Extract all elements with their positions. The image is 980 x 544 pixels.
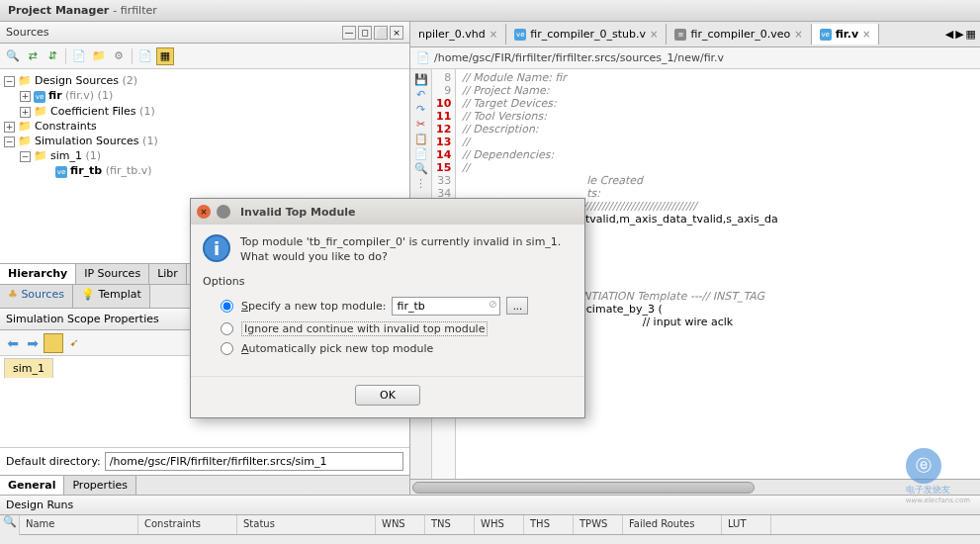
paste-icon[interactable]: 📄	[412, 146, 430, 160]
expander-icon[interactable]: +	[20, 91, 31, 102]
tab-sources[interactable]: ♣ Sources	[0, 285, 73, 308]
tab-ip-sources[interactable]: IP Sources	[76, 264, 149, 284]
doc-icon[interactable]: 📄	[136, 47, 154, 65]
clear-icon[interactable]: ⊘	[489, 299, 496, 310]
highlight-icon[interactable]: ▦	[156, 47, 174, 65]
redo-icon[interactable]: ↷	[412, 102, 430, 116]
default-directory-row: Default directory:	[0, 447, 409, 475]
close-icon[interactable]: ×	[862, 29, 870, 40]
project-manager-title-bar: Project Manager - firfilter	[0, 0, 980, 22]
restore-icon[interactable]: ◻	[358, 26, 372, 40]
file-path: /home/gsc/FIR/firfilter/firfilter.srcs/s…	[434, 51, 724, 64]
folder-icon: 📁	[34, 105, 47, 118]
info-icon: i	[203, 234, 230, 262]
expander-icon[interactable]: −	[20, 151, 31, 162]
copy-icon[interactable]: 📋	[412, 132, 430, 145]
forward-arrow-icon[interactable]: ➡	[24, 334, 42, 352]
option-specify-new[interactable]: Specify a new top module: ⊘ ...	[203, 294, 573, 318]
editor-tab-2[interactable]: vefir_compiler_0_stub.v×	[506, 24, 667, 45]
design-runs-panel: Design Runs 🔍 NameConstraintsStatusWNSTN…	[0, 495, 980, 535]
find-icon[interactable]: 🔍	[412, 161, 430, 175]
editor-tabs: npiler_0.vhd× vefir_compiler_0_stub.v× ≡…	[410, 22, 980, 47]
props-title: Simulation Scope Properties	[6, 313, 159, 325]
watermark-icon: ⓔ	[906, 448, 941, 484]
tab-list-icon[interactable]: ▦	[966, 28, 976, 41]
dialog-title-bar[interactable]: × Invalid Top Module	[191, 199, 584, 225]
radio-auto[interactable]	[221, 342, 233, 355]
default-dir-label: Default directory:	[6, 455, 101, 468]
close-panel-icon[interactable]: ×	[390, 26, 403, 40]
sources-title: Sources	[6, 26, 49, 39]
dialog-message: Top module 'tb_fir_compiler_0' is curren…	[240, 234, 573, 265]
search-icon[interactable]: 🔍	[4, 47, 22, 65]
top-module-input[interactable]	[392, 297, 500, 316]
radio-ignore-label: Ignore and continue with invalid top mod…	[241, 321, 488, 336]
maximize-icon[interactable]: ⬜	[374, 26, 388, 40]
file-path-bar: 📄 /home/gsc/FIR/firfilter/firfilter.srcs…	[410, 47, 980, 69]
invalid-top-module-dialog: × Invalid Top Module i Top module 'tb_fi…	[190, 198, 585, 418]
expand-icon[interactable]: ⇵	[44, 47, 61, 65]
editor-hscrollbar[interactable]	[410, 479, 980, 495]
collapse-icon[interactable]: ⇄	[24, 47, 42, 65]
folder-icon: 📁	[18, 135, 32, 147]
verilog-icon: ve	[514, 29, 526, 41]
nav-icon[interactable]	[44, 333, 63, 353]
file-icon: ≡	[674, 29, 686, 41]
prev-tab-icon[interactable]: ◀	[945, 28, 953, 41]
pm-subtitle: - firfilter	[113, 4, 157, 17]
pm-title: Project Manager	[8, 4, 109, 17]
close-icon[interactable]: ×	[650, 29, 658, 40]
option-auto[interactable]: Automatically pick new top module	[203, 339, 573, 358]
add-folder-icon[interactable]: 📁	[90, 47, 108, 65]
browse-button[interactable]: ...	[506, 297, 528, 315]
next-tab-icon[interactable]: ▶	[955, 28, 963, 41]
editor-tab-1[interactable]: npiler_0.vhd×	[410, 24, 506, 45]
tab-general[interactable]: General	[0, 476, 64, 495]
settings-icon[interactable]: ⚙	[110, 47, 128, 65]
cut-icon[interactable]: ✂	[412, 117, 430, 131]
verilog-icon: ve	[55, 166, 67, 178]
pointer-icon[interactable]: ➹	[65, 334, 83, 352]
tab-templates[interactable]: 💡 Templat	[73, 285, 150, 308]
radio-ignore[interactable]	[221, 322, 233, 335]
close-icon[interactable]: ×	[490, 29, 497, 40]
design-runs-columns: NameConstraintsStatusWNSTNSWHSTHSTPWSFai…	[20, 515, 980, 535]
minimize-icon[interactable]	[217, 205, 230, 219]
sources-panel-header: Sources — ◻ ⬜ ×	[0, 22, 409, 44]
expander-icon[interactable]: +	[4, 122, 15, 133]
back-arrow-icon[interactable]: ⬅	[4, 334, 22, 352]
folder-icon: 📁	[18, 120, 32, 133]
minimize-icon[interactable]: —	[342, 26, 356, 40]
path-icon: 📄	[416, 51, 430, 64]
ok-button[interactable]: OK	[355, 385, 420, 406]
sources-toolbar: 🔍 ⇄ ⇵ 📄 📁 ⚙ 📄 ▦	[0, 44, 409, 69]
radio-auto-label: Automatically pick new top module	[241, 342, 433, 355]
add-source-icon[interactable]: 📄	[70, 47, 88, 65]
folder-icon: 📁	[18, 74, 32, 87]
undo-icon[interactable]: ↶	[412, 87, 430, 101]
radio-specify[interactable]	[221, 300, 233, 313]
editor-tab-3[interactable]: ≡fir_compiler_0.veo×	[667, 24, 811, 45]
expander-icon[interactable]: −	[4, 76, 15, 87]
option-ignore[interactable]: Ignore and continue with invalid top mod…	[203, 318, 573, 339]
default-dir-input[interactable]	[105, 452, 403, 471]
more-icon[interactable]: ⋮	[412, 176, 430, 190]
save-icon[interactable]: 💾	[412, 72, 430, 86]
props-tab-sim1[interactable]: sim_1	[4, 358, 53, 378]
close-icon[interactable]: ×	[794, 29, 802, 40]
verilog-icon: ve	[820, 29, 832, 41]
options-label: Options	[203, 275, 573, 288]
tab-libraries[interactable]: Libr	[149, 264, 187, 284]
editor-tab-4[interactable]: vefir.v×	[812, 24, 880, 45]
close-icon[interactable]: ×	[197, 205, 211, 219]
search-icon[interactable]: 🔍	[0, 515, 20, 535]
expander-icon[interactable]: −	[4, 136, 15, 147]
verilog-icon: ve	[34, 91, 45, 103]
dialog-title: Invalid Top Module	[240, 206, 356, 219]
watermark-badge: ⓔ 电子发烧友 www.elecfans.com	[906, 448, 970, 504]
design-runs-title: Design Runs	[0, 496, 980, 515]
tab-hierarchy[interactable]: Hierarchy	[0, 264, 76, 284]
folder-icon: 📁	[34, 149, 47, 162]
tab-properties[interactable]: Properties	[64, 476, 136, 495]
expander-icon[interactable]: +	[20, 107, 31, 118]
